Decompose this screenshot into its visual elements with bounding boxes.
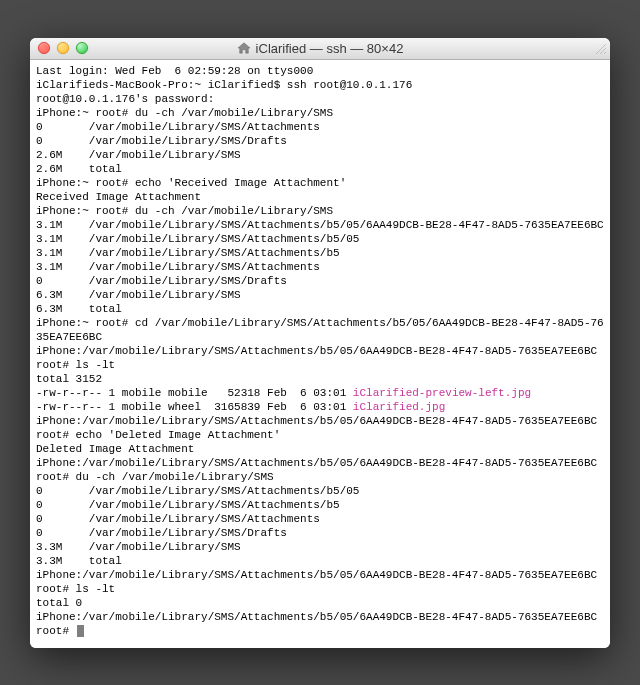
terminal-text: 3.1M /var/mobile/Library/SMS/Attachments… [36, 233, 359, 245]
terminal-line: iPhone:/var/mobile/Library/SMS/Attachmen… [36, 344, 604, 372]
terminal-line: 2.6M total [36, 162, 604, 176]
window-controls [38, 42, 88, 54]
terminal-text: total 0 [36, 597, 82, 609]
terminal-text: 0 /var/mobile/Library/SMS/Drafts [36, 135, 287, 147]
terminal-line: 0 /var/mobile/Library/SMS/Drafts [36, 274, 604, 288]
terminal-text: 3.1M /var/mobile/Library/SMS/Attachments [36, 261, 320, 273]
terminal-text: 6.3M /var/mobile/Library/SMS [36, 289, 241, 301]
terminal-text: Received Image Attachment [36, 191, 201, 203]
terminal-line: 3.3M total [36, 554, 604, 568]
terminal-text: 0 /var/mobile/Library/SMS/Attachments [36, 121, 320, 133]
home-icon [237, 42, 251, 54]
terminal-text: total 3152 [36, 373, 102, 385]
terminal-line: 6.3M total [36, 302, 604, 316]
terminal-line: 0 /var/mobile/Library/SMS/Attachments/b5 [36, 498, 604, 512]
terminal-line: iClarifieds-MacBook-Pro:~ iClarified$ ss… [36, 78, 604, 92]
terminal-text: 0 /var/mobile/Library/SMS/Attachments/b5… [36, 485, 359, 497]
terminal-text: 3.1M /var/mobile/Library/SMS/Attachments… [36, 247, 340, 259]
terminal-line: 0 /var/mobile/Library/SMS/Attachments [36, 512, 604, 526]
terminal-text: -rw-r--r-- 1 mobile wheel 3165839 Feb 6 … [36, 401, 353, 413]
terminal-line: 3.3M /var/mobile/Library/SMS [36, 540, 604, 554]
terminal-line: iPhone:/var/mobile/Library/SMS/Attachmen… [36, 568, 604, 596]
terminal-line: Received Image Attachment [36, 190, 604, 204]
terminal-line: 3.1M /var/mobile/Library/SMS/Attachments… [36, 232, 604, 246]
terminal-line: 3.1M /var/mobile/Library/SMS/Attachments [36, 260, 604, 274]
terminal-text: iPhone:~ root# cd /var/mobile/Library/SM… [36, 317, 604, 343]
terminal-line: iPhone:/var/mobile/Library/SMS/Attachmen… [36, 414, 604, 442]
terminal-line: 0 /var/mobile/Library/SMS/Attachments [36, 120, 604, 134]
close-icon[interactable] [38, 42, 50, 54]
terminal-line: total 3152 [36, 372, 604, 386]
terminal-line: iPhone:/var/mobile/Library/SMS/Attachmen… [36, 610, 604, 638]
terminal-line: iPhone:~ root# echo 'Received Image Atta… [36, 176, 604, 190]
terminal-window: iClarified — ssh — 80×42 Last login: Wed… [30, 38, 610, 648]
terminal-line: 3.1M /var/mobile/Library/SMS/Attachments… [36, 218, 604, 232]
terminal-text: 3.1M /var/mobile/Library/SMS/Attachments… [36, 219, 604, 231]
minimize-icon[interactable] [57, 42, 69, 54]
terminal-text: 3.3M /var/mobile/Library/SMS [36, 541, 241, 553]
cursor-icon [77, 625, 84, 637]
terminal-line: iPhone:/var/mobile/Library/SMS/Attachmen… [36, 456, 604, 484]
terminal-text: iPhone:~ root# du -ch /var/mobile/Librar… [36, 107, 333, 119]
terminal-line: 0 /var/mobile/Library/SMS/Drafts [36, 134, 604, 148]
terminal-line: iPhone:~ root# cd /var/mobile/Library/SM… [36, 316, 604, 344]
terminal-text: 3.3M total [36, 555, 122, 567]
terminal-line: root@10.0.1.176's password: [36, 92, 604, 106]
terminal-line: -rw-r--r-- 1 mobile mobile 52318 Feb 6 0… [36, 386, 604, 400]
terminal-text: root@10.0.1.176's password: [36, 93, 214, 105]
terminal-text: 0 /var/mobile/Library/SMS/Drafts [36, 527, 287, 539]
terminal-line: 0 /var/mobile/Library/SMS/Attachments/b5… [36, 484, 604, 498]
terminal-text: iPhone:~ root# echo 'Received Image Atta… [36, 177, 346, 189]
terminal-text: iPhone:/var/mobile/Library/SMS/Attachmen… [36, 611, 604, 637]
terminal-line: 0 /var/mobile/Library/SMS/Drafts [36, 526, 604, 540]
terminal-line: Last login: Wed Feb 6 02:59:28 on ttys00… [36, 64, 604, 78]
terminal-content[interactable]: Last login: Wed Feb 6 02:59:28 on ttys00… [30, 60, 610, 648]
terminal-text: -rw-r--r-- 1 mobile mobile 52318 Feb 6 0… [36, 387, 353, 399]
terminal-line: 6.3M /var/mobile/Library/SMS [36, 288, 604, 302]
terminal-line: 3.1M /var/mobile/Library/SMS/Attachments… [36, 246, 604, 260]
terminal-text: 6.3M total [36, 303, 122, 315]
terminal-line: total 0 [36, 596, 604, 610]
terminal-text: 0 /var/mobile/Library/SMS/Attachments [36, 513, 320, 525]
terminal-line: iPhone:~ root# du -ch /var/mobile/Librar… [36, 204, 604, 218]
terminal-line: Deleted Image Attachment [36, 442, 604, 456]
terminal-text: iPhone:/var/mobile/Library/SMS/Attachmen… [36, 415, 604, 441]
window-title: iClarified — ssh — 80×42 [30, 41, 610, 56]
terminal-text: iPhone:/var/mobile/Library/SMS/Attachmen… [36, 345, 604, 371]
terminal-text: 0 /var/mobile/Library/SMS/Attachments/b5 [36, 499, 340, 511]
terminal-text: 0 /var/mobile/Library/SMS/Drafts [36, 275, 287, 287]
terminal-text: iPhone:/var/mobile/Library/SMS/Attachmen… [36, 569, 604, 595]
filename: iClarified-preview-left.jpg [353, 387, 531, 399]
titlebar[interactable]: iClarified — ssh — 80×42 [30, 38, 610, 60]
terminal-line: iPhone:~ root# du -ch /var/mobile/Librar… [36, 106, 604, 120]
zoom-icon[interactable] [76, 42, 88, 54]
terminal-text: iPhone:~ root# du -ch /var/mobile/Librar… [36, 205, 333, 217]
terminal-line: -rw-r--r-- 1 mobile wheel 3165839 Feb 6 … [36, 400, 604, 414]
resize-handle-icon[interactable] [593, 41, 607, 55]
terminal-text: Last login: Wed Feb 6 02:59:28 on ttys00… [36, 65, 313, 77]
svg-line-2 [604, 52, 606, 54]
terminal-text: Deleted Image Attachment [36, 443, 194, 455]
window-title-text: iClarified — ssh — 80×42 [256, 41, 404, 56]
terminal-text: 2.6M /var/mobile/Library/SMS [36, 149, 241, 161]
terminal-text: 2.6M total [36, 163, 122, 175]
terminal-line: 2.6M /var/mobile/Library/SMS [36, 148, 604, 162]
terminal-text: iPhone:/var/mobile/Library/SMS/Attachmen… [36, 457, 604, 483]
filename: iClarified.jpg [353, 401, 445, 413]
terminal-text: iClarifieds-MacBook-Pro:~ iClarified$ ss… [36, 79, 412, 91]
